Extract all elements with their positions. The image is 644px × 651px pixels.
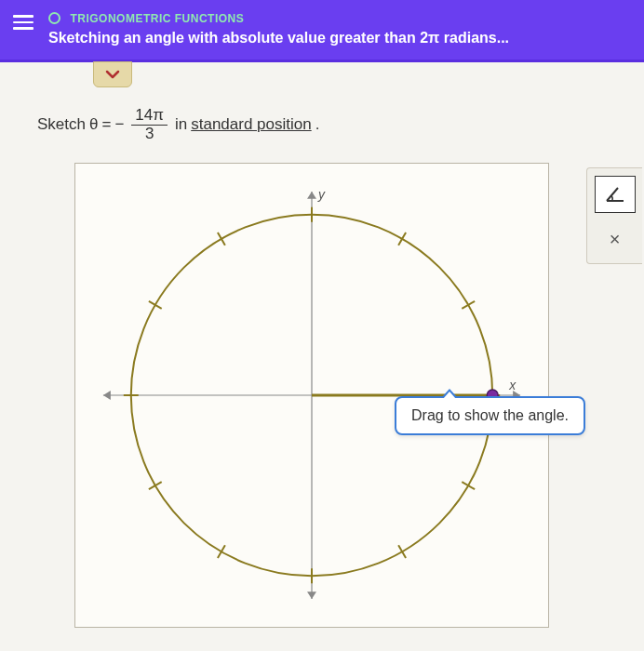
status-ring-icon bbox=[48, 12, 60, 24]
svg-marker-4 bbox=[307, 192, 316, 199]
prompt-equals: = bbox=[101, 115, 111, 134]
standard-position-link[interactable]: standard position bbox=[191, 115, 311, 134]
svg-marker-3 bbox=[103, 391, 111, 400]
prompt-in: in bbox=[175, 115, 187, 134]
menu-icon[interactable] bbox=[13, 9, 34, 30]
expand-chevron-button[interactable] bbox=[93, 61, 132, 87]
fraction-denominator: 3 bbox=[141, 126, 157, 143]
svg-line-7 bbox=[462, 301, 475, 309]
close-icon: × bbox=[610, 229, 621, 250]
svg-line-17 bbox=[462, 483, 475, 490]
chevron-down-icon bbox=[105, 69, 120, 80]
svg-line-8 bbox=[398, 232, 406, 246]
prompt-period: . bbox=[315, 115, 320, 134]
y-axis-label: y bbox=[317, 187, 326, 202]
page-title: Sketching an angle with absolute value g… bbox=[48, 30, 631, 46]
header: TRIGONOMETRIC FUNCTIONS Sketching an ang… bbox=[0, 0, 644, 62]
svg-line-13 bbox=[149, 483, 162, 490]
problem-prompt: Sketch θ = − 14π 3 in standard position. bbox=[37, 107, 625, 142]
title-block: TRIGONOMETRIC FUNCTIONS Sketching an ang… bbox=[48, 9, 631, 46]
svg-line-10 bbox=[218, 232, 225, 246]
sketch-canvas[interactable]: x y Drag to show the angle. bbox=[74, 163, 549, 628]
fraction-numerator: 14π bbox=[131, 107, 168, 126]
svg-line-11 bbox=[149, 301, 162, 309]
tool-panel: × bbox=[586, 167, 642, 264]
svg-marker-5 bbox=[307, 592, 316, 600]
svg-line-14 bbox=[218, 546, 225, 559]
close-tool-button[interactable]: × bbox=[595, 222, 636, 256]
svg-line-16 bbox=[398, 546, 406, 559]
prompt-neg: − bbox=[114, 115, 124, 134]
x-axis-label: x bbox=[508, 378, 517, 392]
prompt-theta: θ bbox=[89, 115, 98, 134]
category-label: TRIGONOMETRIC FUNCTIONS bbox=[70, 12, 244, 25]
content: Sketch θ = − 14π 3 in standard position.… bbox=[0, 62, 644, 637]
prompt-fraction: 14π 3 bbox=[131, 107, 168, 142]
angle-icon bbox=[603, 184, 627, 205]
angle-tool-button[interactable] bbox=[595, 176, 636, 213]
prompt-lead: Sketch bbox=[37, 115, 86, 134]
angle-plot[interactable]: x y bbox=[75, 164, 548, 627]
drag-tooltip: Drag to show the angle. bbox=[395, 396, 585, 435]
